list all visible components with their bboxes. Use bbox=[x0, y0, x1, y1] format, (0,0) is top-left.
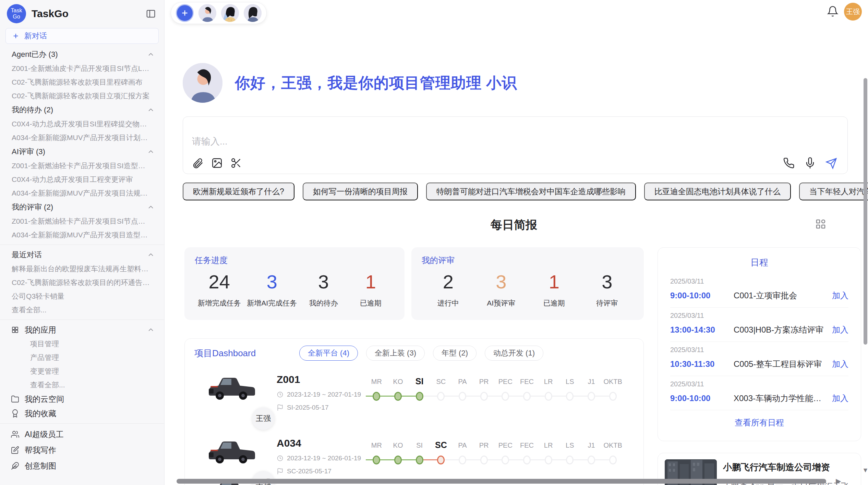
sidebar-section-group3[interactable]: 我的评审 (2) bbox=[0, 200, 164, 214]
sidebar-item-ai-super-staff[interactable]: AI超级员工 bbox=[0, 426, 164, 442]
dashboard-tab[interactable]: 年型 (2) bbox=[433, 346, 477, 361]
app-item[interactable]: 项目管理 bbox=[0, 337, 164, 351]
milestone-node[interactable] bbox=[394, 456, 402, 464]
milestone-node[interactable] bbox=[609, 456, 617, 464]
recent-chat-item[interactable]: 解释最新出台的欧盟报废车法规再生塑料比例被调至15%... bbox=[0, 262, 164, 276]
sidebar-section-group1[interactable]: 我的待办 (2) bbox=[0, 103, 164, 117]
sidebar-item[interactable]: C0X4-动力总成开发项目SI里程碑提交物检查 bbox=[0, 117, 164, 131]
sidebar-item[interactable]: A034-全新新能源MUV产品开发项目法规符合性评审 bbox=[0, 186, 164, 200]
scissors-icon[interactable] bbox=[230, 157, 242, 169]
project-code[interactable]: Z001 bbox=[277, 374, 362, 385]
sidebar-item[interactable]: C02-飞腾新能源轻客改款项目里程碑画布 bbox=[0, 75, 164, 89]
milestone-node[interactable] bbox=[545, 392, 552, 401]
recent-chat-item[interactable]: C02-飞腾新能源轻客改款项目的闭环通告反馈情况 bbox=[0, 276, 164, 289]
sidebar-section-group2[interactable]: AI评审 (3) bbox=[0, 145, 164, 159]
milestone-node[interactable] bbox=[394, 392, 402, 401]
join-link[interactable]: 加入 bbox=[832, 393, 848, 404]
milestone-node[interactable] bbox=[566, 456, 574, 464]
suggestion-chip[interactable]: 特朗普可能对进口汽车增税会对中国车企造成哪些影响 bbox=[426, 183, 636, 200]
milestone-node[interactable] bbox=[545, 456, 552, 464]
dashboard-tab[interactable]: 动总开发 (1) bbox=[485, 346, 543, 361]
join-link[interactable]: 加入 bbox=[832, 290, 848, 301]
phone-icon[interactable] bbox=[783, 157, 795, 169]
milestone-node[interactable] bbox=[459, 456, 466, 464]
milestone-label: PA bbox=[458, 378, 467, 386]
milestone-node[interactable] bbox=[523, 392, 531, 401]
scroll-down-icon[interactable]: ▼ bbox=[862, 467, 868, 474]
project-code[interactable]: A034 bbox=[277, 437, 362, 449]
add-contact-button[interactable] bbox=[176, 4, 194, 22]
plus-icon bbox=[180, 9, 189, 17]
milestone-node[interactable] bbox=[416, 392, 423, 401]
horizontal-scrollbar[interactable] bbox=[177, 479, 826, 484]
milestone-node[interactable] bbox=[373, 392, 380, 401]
schedule-item: 2025/03/119:00-10:00X003-车辆动力学性能验...加入 bbox=[670, 376, 848, 410]
milestone-node[interactable] bbox=[523, 456, 531, 464]
milestone-label: PR bbox=[479, 378, 489, 386]
milestone-node[interactable] bbox=[502, 456, 509, 464]
microphone-icon[interactable] bbox=[804, 157, 816, 169]
milestone-node[interactable] bbox=[588, 392, 595, 401]
milestone-node[interactable] bbox=[566, 392, 574, 401]
suggestion-chip[interactable]: 如何写一份清晰的项目周报 bbox=[303, 183, 418, 200]
milestone-label: OKTB bbox=[603, 378, 622, 386]
sidebar-item[interactable]: C02-飞腾新能源轻客改款项目立项汇报方案 bbox=[0, 89, 164, 103]
sidebar-item-favorites[interactable]: 我的收藏 bbox=[0, 406, 164, 421]
chat-input[interactable] bbox=[192, 134, 706, 149]
contact-avatar[interactable] bbox=[198, 4, 216, 22]
milestone-node[interactable] bbox=[502, 392, 509, 401]
app-title: TaskGo bbox=[32, 8, 140, 20]
send-icon[interactable] bbox=[825, 157, 837, 169]
view-all-schedule-link[interactable]: 查看所有日程 bbox=[670, 410, 848, 435]
sidebar-item[interactable]: Z001-全新燃油轻卡产品开发项目SI节点属性5D文件评审 bbox=[0, 214, 164, 228]
milestone-node[interactable] bbox=[416, 456, 423, 464]
layout-grid-icon[interactable] bbox=[815, 218, 827, 230]
sidebar-item-help-me-write[interactable]: 帮我写作 bbox=[0, 442, 164, 458]
join-link[interactable]: 加入 bbox=[832, 359, 848, 370]
sidebar-item[interactable]: Z001-全新燃油皮卡产品开发项目SI节点Lesson Learn报告 bbox=[0, 62, 164, 75]
suggestion-chip[interactable]: 比亚迪全固态电池计划具体说了什么 bbox=[644, 183, 791, 200]
sidebar-collapse-icon[interactable] bbox=[145, 8, 157, 20]
sidebar-item[interactable]: A034-全新新能源MUV产品开发项目造型可行性评审 bbox=[0, 228, 164, 242]
scroll-right-icon[interactable]: ▶ bbox=[836, 477, 841, 485]
sidebar-item-my-apps[interactable]: 我的应用 bbox=[0, 323, 164, 337]
schedule-date: 2025/03/11 bbox=[670, 380, 848, 388]
new-chat-button[interactable]: 新对话 bbox=[5, 28, 159, 44]
attachment-icon[interactable] bbox=[192, 157, 204, 169]
milestone-node[interactable] bbox=[609, 392, 617, 401]
milestone-node[interactable] bbox=[373, 456, 380, 464]
milestone-node[interactable] bbox=[480, 456, 488, 464]
recent-chat-item[interactable]: 公司Q3轻卡销量 bbox=[0, 289, 164, 303]
contact-avatar[interactable] bbox=[244, 4, 262, 22]
view-all-chats-link[interactable]: 查看全部... bbox=[0, 303, 164, 317]
milestone-node[interactable] bbox=[588, 456, 595, 464]
sidebar-section-recent[interactable]: 最近对话 bbox=[0, 248, 164, 262]
sidebar-item[interactable]: Z001-全新燃油轻卡产品开发项目SI造型提交物评审 bbox=[0, 159, 164, 173]
milestone-label: MR bbox=[371, 442, 382, 449]
vertical-scrollbar[interactable] bbox=[864, 78, 867, 345]
user-avatar[interactable]: 王强 bbox=[844, 3, 862, 21]
join-link[interactable]: 加入 bbox=[832, 324, 848, 335]
app-item[interactable]: 产品管理 bbox=[0, 351, 164, 364]
sidebar-item-creative-drawing[interactable]: 创意制图 bbox=[0, 458, 164, 474]
sidebar-item[interactable]: A034-全新新能源MUV产品开发项目计划变更表编写 bbox=[0, 131, 164, 145]
project-row: 王强Z0012023-12-19 ~ 2027-01-19SI-2025-05-… bbox=[194, 373, 634, 424]
suggestion-chip[interactable]: 欧洲新规最近颁布了什么? bbox=[183, 183, 294, 200]
app-item[interactable]: 变更管理 bbox=[0, 364, 164, 378]
milestone-node[interactable] bbox=[437, 456, 445, 464]
notification-bell-icon[interactable] bbox=[827, 5, 839, 18]
folder-icon bbox=[11, 395, 19, 403]
milestone-node[interactable] bbox=[459, 392, 466, 401]
dashboard-tab[interactable]: 全新上装 (3) bbox=[366, 346, 425, 361]
sidebar-item[interactable]: C0X4-动力总成开发项目工程变更评审 bbox=[0, 173, 164, 186]
view-all-apps-link[interactable]: 查看全部... bbox=[0, 378, 164, 392]
sidebar-item-cloud-space[interactable]: 我的云空间 bbox=[0, 392, 164, 406]
suggestion-chip[interactable]: 当下年轻人对汽车外观有怎样的喜好趋势 bbox=[799, 183, 868, 200]
image-icon[interactable] bbox=[211, 157, 223, 169]
stat: 24新增完成任务 bbox=[198, 271, 241, 308]
sidebar-section-group0[interactable]: Agent已办 (3) bbox=[0, 47, 164, 62]
contact-avatar[interactable] bbox=[221, 4, 239, 22]
milestone-node[interactable] bbox=[480, 392, 488, 401]
milestone-node[interactable] bbox=[437, 392, 445, 401]
dashboard-tab[interactable]: 全新平台 (4) bbox=[299, 346, 358, 361]
